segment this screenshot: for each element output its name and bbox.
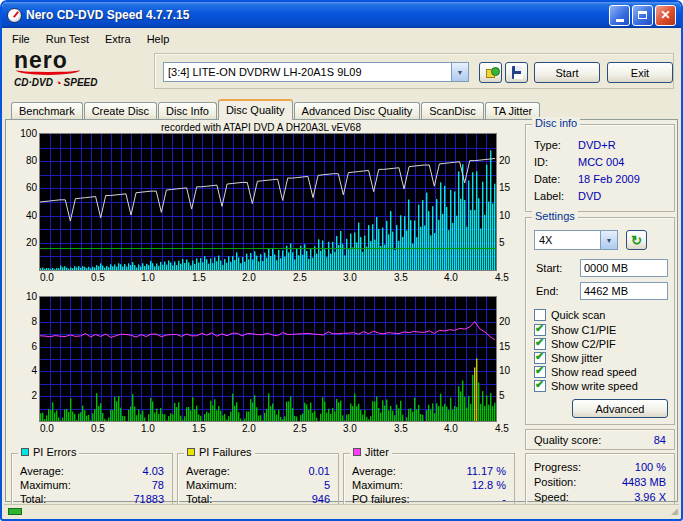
pi-errors-chart-canvas [39, 133, 497, 271]
stat-label: Average: [20, 465, 64, 477]
checkbox-quick-scan[interactable]: ✔ Quick scan [534, 308, 605, 321]
checkbox-box[interactable]: ✔ [534, 366, 546, 378]
close-icon: ✕ [660, 9, 670, 21]
checkbox-label: Show C1/PIE [551, 324, 616, 336]
save-button[interactable] [505, 62, 528, 83]
disc-info-label: Date: [534, 173, 560, 185]
stat-value: 12.8 % [472, 479, 506, 491]
jitter-panel-legend: Jitter [350, 446, 392, 458]
chevron-down-icon: ▼ [457, 69, 464, 76]
disc-quality-page: recorded with ATAPI DVD A DH20A3L vEV68 … [5, 119, 678, 502]
tab-strip: Benchmark Create Disc Disc Info Disc Qua… [11, 99, 541, 120]
position-value: 4483 MB [622, 476, 666, 488]
start-button[interactable]: Start [534, 62, 600, 83]
checkbox-label: Show read speed [551, 366, 637, 378]
menu-item-run-test[interactable]: Run Test [38, 31, 97, 47]
drive-select-arrow-button[interactable]: ▼ [451, 63, 468, 81]
tab-disc-info[interactable]: Disc Info [158, 102, 217, 120]
product-prefix: CD·DVD [14, 77, 53, 88]
jitter-swatch-icon [353, 448, 361, 456]
disc-info-value: MCC 004 [578, 156, 624, 168]
menu-item-extra[interactable]: Extra [97, 31, 139, 47]
disc-info-label: Type: [534, 139, 561, 151]
speed-select-arrow-button[interactable]: ▼ [600, 231, 617, 249]
speedometer-icon: ◔ [55, 78, 62, 88]
end-position-label: End: [536, 285, 559, 297]
tab-benchmark[interactable]: Benchmark [11, 102, 83, 120]
nero-logo: nero CD·DVD ◔ SPEED [14, 50, 154, 90]
checkbox-show-read-speed[interactable]: ✔ Show read speed [534, 365, 637, 378]
resize-grip[interactable]: ◢ [671, 506, 678, 517]
quality-score-label: Quality score: [534, 434, 601, 446]
checkbox-box[interactable]: ✔ [534, 380, 546, 392]
checkbox-show-c1-pie[interactable]: ✔ Show C1/PIE [534, 323, 616, 336]
tab-disc-quality[interactable]: Disc Quality [218, 99, 293, 120]
checkbox-show-jitter[interactable]: ✔ Show jitter [534, 351, 602, 364]
disc-info-value: 18 Feb 2009 [578, 173, 640, 185]
stat-value: 5 [324, 479, 330, 491]
speed-value: 3.96 X [634, 491, 666, 503]
start-position-input[interactable] [580, 259, 668, 277]
checkbox-show-write-speed[interactable]: ✔ Show write speed [534, 379, 638, 392]
nero-product-text: CD·DVD ◔ SPEED [14, 77, 154, 88]
disc-info-panel: Disc info Type:DVD+R ID:MCC 004 Date:18 … [525, 124, 675, 212]
reload-disc-button[interactable]: ↻ [626, 230, 647, 250]
maximize-button[interactable] [632, 5, 653, 26]
speed-select[interactable]: 4X ▼ [534, 230, 618, 250]
exit-button[interactable]: Exit [607, 62, 673, 83]
position-label: Position: [534, 476, 576, 488]
pi-errors-panel-legend: PI Errors [18, 446, 79, 458]
settings-panel: Settings 4X ▼ ↻ Start: End: ✔ Quick scan… [525, 217, 675, 425]
stat-label: Maximum: [352, 479, 403, 491]
speed-label: Speed: [534, 491, 569, 503]
menu-item-help[interactable]: Help [139, 31, 178, 47]
options-icon [486, 67, 495, 79]
drive-select-value: [3:4] LITE-ON DVDRW LH-20A1S 9L09 [164, 66, 451, 78]
menu-item-file[interactable]: File [4, 31, 38, 47]
check-icon: ✔ [535, 336, 544, 349]
check-icon: ✔ [535, 322, 544, 335]
checkbox-label: Show C2/PIF [551, 338, 616, 350]
nero-brand-text: nero [14, 50, 154, 70]
tab-advanced-disc-quality[interactable]: Advanced Disc Quality [294, 102, 421, 120]
pi-failures-left-axis: 108642 [16, 296, 38, 420]
drive-select[interactable]: [3:4] LITE-ON DVDRW LH-20A1S 9L09 ▼ [163, 62, 469, 82]
pi-errors-swatch-icon [21, 448, 29, 456]
disc-info-label: ID: [534, 156, 548, 168]
pi-failures-right-axis: 2015105 [497, 296, 517, 420]
check-icon: ✔ [535, 350, 544, 363]
refresh-icon: ↻ [631, 234, 642, 247]
save-icon [512, 66, 521, 79]
checkbox-box[interactable]: ✔ [534, 338, 546, 350]
pi-failures-chart-canvas [39, 296, 497, 422]
checkbox-label: Show jitter [551, 352, 602, 364]
checkbox-box[interactable]: ✔ [534, 324, 546, 336]
jitter-panel-title: Jitter [365, 446, 389, 458]
advanced-button[interactable]: Advanced [572, 399, 668, 418]
pi-failures-panel-title: PI Failures [199, 446, 252, 458]
start-position-label: Start: [536, 262, 562, 274]
stat-label: Maximum: [20, 479, 71, 491]
stat-value: 78 [152, 479, 164, 491]
pi-errors-panel: PI Errors Average:4.03 Maximum:78 Total:… [11, 453, 173, 510]
pi-failures-x-axis: 0.00.51.01.52.02.53.03.54.04.5 [40, 423, 496, 435]
pi-failures-swatch-icon [187, 448, 195, 456]
pi-errors-right-axis: 2015105 [497, 133, 517, 269]
end-position-input[interactable] [580, 282, 668, 300]
speed-select-value: 4X [535, 234, 600, 246]
title-bar[interactable]: Nero CD-DVD Speed 4.7.7.15 ✕ [2, 2, 681, 28]
menu-bar: File Run Test Extra Help [4, 30, 679, 48]
pi-errors-chart: 10080604020 2015105 0.00.51.01.52.02.53.… [16, 133, 518, 285]
progress-panel: Progress:100 % Position:4483 MB Speed:3.… [525, 453, 675, 510]
options-button[interactable] [479, 62, 502, 83]
close-button[interactable]: ✕ [655, 5, 676, 26]
checkbox-show-c2-pif[interactable]: ✔ Show C2/PIF [534, 337, 616, 350]
minimize-button[interactable] [609, 5, 630, 26]
checkbox-box[interactable]: ✔ [534, 309, 546, 321]
gauge-needle-icon [13, 11, 19, 18]
status-bar: ◢ [4, 504, 679, 517]
tab-scandisc[interactable]: ScanDisc [421, 102, 483, 120]
checkbox-box[interactable]: ✔ [534, 352, 546, 364]
pi-failures-panel: PI Failures Average:0.01 Maximum:5 Total… [177, 453, 339, 510]
tab-create-disc[interactable]: Create Disc [84, 102, 157, 120]
